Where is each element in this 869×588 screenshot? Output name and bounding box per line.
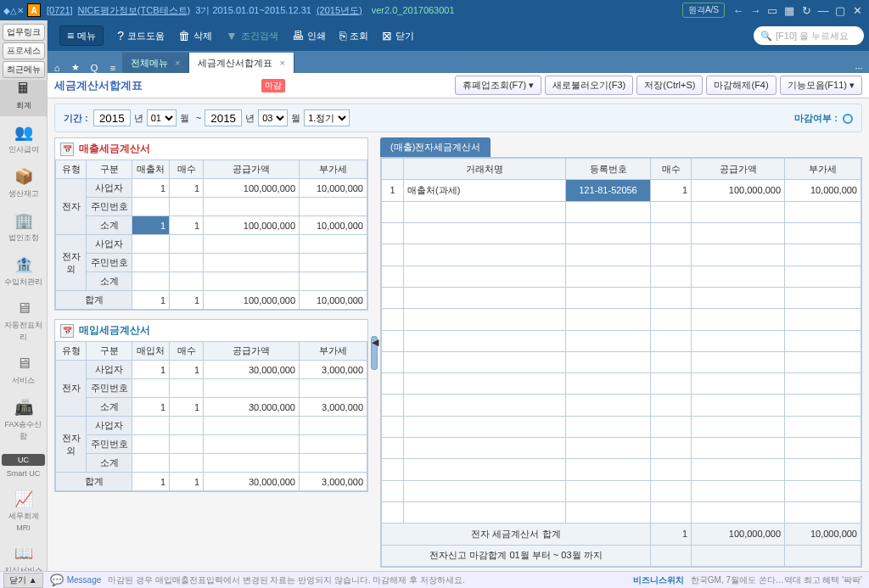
year-to-input[interactable] xyxy=(205,109,242,126)
pin-process[interactable]: 프로세스 xyxy=(3,42,45,59)
quicksearch-icon[interactable]: Q xyxy=(85,63,104,73)
uc-icon: UC xyxy=(2,454,45,466)
message-label: Message xyxy=(67,575,102,585)
code-help-button[interactable]: ?코드도움 xyxy=(117,29,165,42)
jung-select[interactable]: 1.정기 xyxy=(304,109,350,126)
toolbar-search[interactable]: 🔍 [F10] 을 누르세요 xyxy=(754,26,864,45)
book-icon[interactable]: ▭ xyxy=(765,3,780,17)
tab-allmenu[interactable]: 전체메뉴× xyxy=(122,53,189,73)
nav-import[interactable]: 🏦수입처관리 xyxy=(0,249,47,293)
sales-table[interactable]: 유형구분매출처매수공급가액부가세 전자사업자11100,000,00010,00… xyxy=(55,160,367,310)
calendar-icon: 📅 xyxy=(60,324,74,338)
query-button[interactable]: ⎘조회 xyxy=(339,29,368,42)
corner-icons: ◆△✕ xyxy=(3,6,24,15)
tab-more[interactable]: ··· xyxy=(849,63,869,73)
selected-cell: 1 xyxy=(132,216,170,235)
title-company-code[interactable]: [0721] xyxy=(47,5,73,15)
tab-strip: ⌂ ★ Q ≡ 전체메뉴× 세금계산서합계표× ··· xyxy=(48,51,869,73)
pin-recent[interactable]: 최근메뉴 xyxy=(3,61,45,78)
reload-button[interactable]: 새로불러오기(F3) xyxy=(545,76,633,95)
unmagam-button[interactable]: 마감해제(F4) xyxy=(706,76,776,95)
period-label: 기간 : xyxy=(64,112,88,125)
search-icon: 🔍 xyxy=(760,31,772,42)
monitor-icon: 🖥 xyxy=(2,355,45,372)
title-term: 3기 2015.01.01~2015.12.31 xyxy=(195,4,311,17)
print-button[interactable]: 🖶인쇄 xyxy=(292,29,326,42)
message-icon: 💬 xyxy=(50,574,64,586)
gear-icon: 🖥 xyxy=(2,300,45,317)
menu-button[interactable]: ≡메뉴 xyxy=(59,25,104,46)
allmenu-icon[interactable]: ≡ xyxy=(104,63,122,73)
nav-payroll[interactable]: 👥인사급여 xyxy=(0,116,47,160)
back-button[interactable]: ← xyxy=(731,3,746,17)
search-doc-icon: ⎘ xyxy=(339,29,346,42)
month-from-select[interactable]: 01 xyxy=(147,109,177,126)
forward-button[interactable]: → xyxy=(748,3,763,17)
maximize-button[interactable]: ▢ xyxy=(833,3,848,17)
title-year[interactable]: (2015년도) xyxy=(317,4,362,17)
people-icon: 👥 xyxy=(2,123,45,142)
sales-tax-panel: 📅매출세금계산서 유형구분매출처매수공급가액부가세 전자사업자11100,000… xyxy=(54,137,368,311)
version-label: ver2.0_2017063001 xyxy=(372,5,455,15)
funnel-icon: ▼ xyxy=(226,29,238,42)
purchase-table[interactable]: 유형구분매입처매수공급가액부가세 전자사업자1130,000,0003,000,… xyxy=(55,341,367,491)
closed-biz-button[interactable]: 휴폐업조회(F7) ▾ xyxy=(455,76,541,95)
search-placeholder: [F10] 을 누르세요 xyxy=(776,30,849,42)
splitter-handle[interactable]: ◀ xyxy=(371,336,378,370)
help-icon: ? xyxy=(117,29,124,42)
filter-button[interactable]: ▼조건검색 xyxy=(226,29,278,42)
biz-watch-label[interactable]: 비즈니스위치 xyxy=(633,574,684,586)
pin-column: 업무링크 프로세스 최근메뉴 xyxy=(0,20,48,80)
calculator-icon: 🖩 xyxy=(2,80,45,98)
filter-bar: 기간 : 년 01 월 ~ 년 03 월 1.정기 마감여부 : xyxy=(54,104,862,132)
pin-worklink[interactable]: 업무링크 xyxy=(3,24,45,41)
functions-button[interactable]: 기능모음(F11) ▾ xyxy=(780,76,862,95)
magam-badge: 마감 xyxy=(261,79,285,92)
title-company[interactable]: NICE평가정보(TCB테스트) xyxy=(78,4,191,17)
star-icon[interactable]: ★ xyxy=(66,62,85,73)
home-icon[interactable]: ⌂ xyxy=(48,63,66,73)
selected-regno-cell: 121-81-52056 xyxy=(566,180,651,201)
window-close-button[interactable]: ✕ xyxy=(849,3,865,17)
minimize-button[interactable]: — xyxy=(816,3,831,17)
year-from-input[interactable] xyxy=(93,109,131,126)
nav-auto[interactable]: 🖥자동전표처리 xyxy=(0,293,47,348)
tab-taxinvoice[interactable]: 세금계산서합계표× xyxy=(189,53,294,73)
main-area: 세금계산서합계표 마감 휴폐업조회(F7) ▾ 새로불러오기(F3) 저장(Ct… xyxy=(48,73,869,571)
detail-title: (매출)전자세금계산서 xyxy=(380,137,491,157)
status-bar: 닫기 ▲ 💬 Message 마감된 경우 매입매출전표입력에서 변경된 자료는… xyxy=(0,571,869,588)
nav-service[interactable]: 🖥서비스 xyxy=(0,348,47,391)
nav-knowledge[interactable]: 📖지식서비스 xyxy=(0,537,47,571)
save-button[interactable]: 저장(Ctrl+S) xyxy=(636,76,703,95)
delete-button[interactable]: 🗑삭제 xyxy=(178,29,212,42)
sync-icon[interactable]: ↻ xyxy=(799,3,814,17)
nav-corp[interactable]: 🏢법인조정 xyxy=(0,204,47,249)
building-icon: 🏢 xyxy=(2,211,45,230)
detail-area: (매출)전자세금계산서 거래처명등록번호매수공급가액부가세 1매출처(과세)12… xyxy=(380,137,862,568)
titlebar: ◆△✕ A [0721] NICE평가정보(TCB테스트) 3기 2015.01… xyxy=(0,0,869,20)
splitter[interactable]: ◀ xyxy=(368,137,380,568)
nav-mri[interactable]: 📈세무회계MRI xyxy=(0,483,47,537)
bank-icon: 🏦 xyxy=(2,255,45,274)
news-ticker: 한국GM, 7월에도 쏜다…역대 최고 혜택 '팍팍' xyxy=(691,574,862,586)
circle-icon xyxy=(843,114,853,124)
detail-table[interactable]: 거래처명등록번호매수공급가액부가세 1매출처(과세)121-81-5205611… xyxy=(381,158,861,567)
status-close-button[interactable]: 닫기 ▲ xyxy=(3,573,43,588)
nav-uc[interactable]: UCSmart UC xyxy=(0,447,47,483)
page-header: 세금계산서합계표 마감 휴폐업조회(F7) ▾ 새로불러오기(F3) 저장(Ct… xyxy=(48,73,869,98)
box-icon: 📦 xyxy=(2,167,45,186)
nav-fax[interactable]: 📠FAX송수신함 xyxy=(0,391,47,447)
left-nav: 🖩회계 👥인사급여 📦생산재고 🏢법인조정 🏦수입처관리 🖥자동전표처리 🖥서비… xyxy=(0,73,48,571)
calendar-icon: 📅 xyxy=(60,143,74,156)
main-toolbar: ≡메뉴 ?코드도움 🗑삭제 ▼조건검색 🖶인쇄 ⎘조회 ⊠닫기 🔍 [F10] … xyxy=(48,20,869,51)
trash-icon: 🗑 xyxy=(178,29,190,42)
grid-icon[interactable]: ▦ xyxy=(782,3,797,17)
month-to-select[interactable]: 03 xyxy=(258,109,288,126)
nav-production[interactable]: 📦생산재고 xyxy=(0,160,47,204)
close-button[interactable]: ⊠닫기 xyxy=(382,29,414,42)
remote-as-button[interactable]: 원격A/S xyxy=(682,3,725,18)
x-icon: ⊠ xyxy=(382,29,392,42)
tab-close-icon[interactable]: × xyxy=(175,58,180,68)
tab-close-icon[interactable]: × xyxy=(279,58,284,68)
purchase-tax-panel: 📅매입세금계산서 유형구분매입처매수공급가액부가세 전자사업자1130,000,… xyxy=(54,319,368,492)
